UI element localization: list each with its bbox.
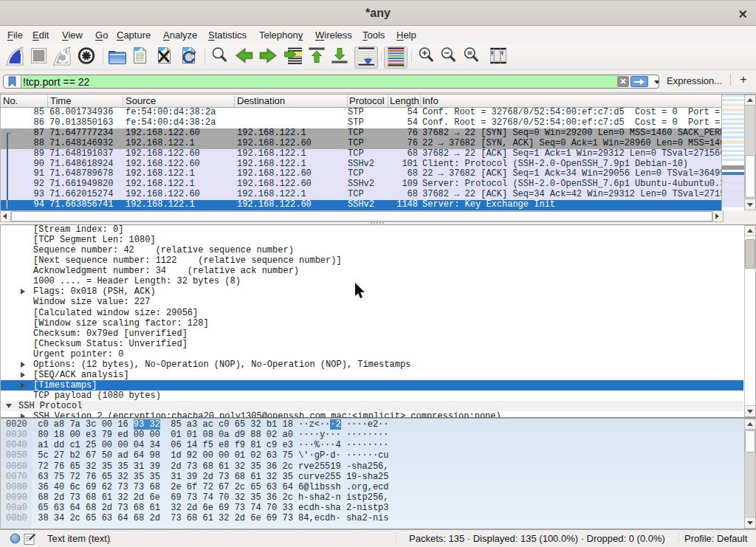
svg-text:0111: 0111 [136,58,144,62]
